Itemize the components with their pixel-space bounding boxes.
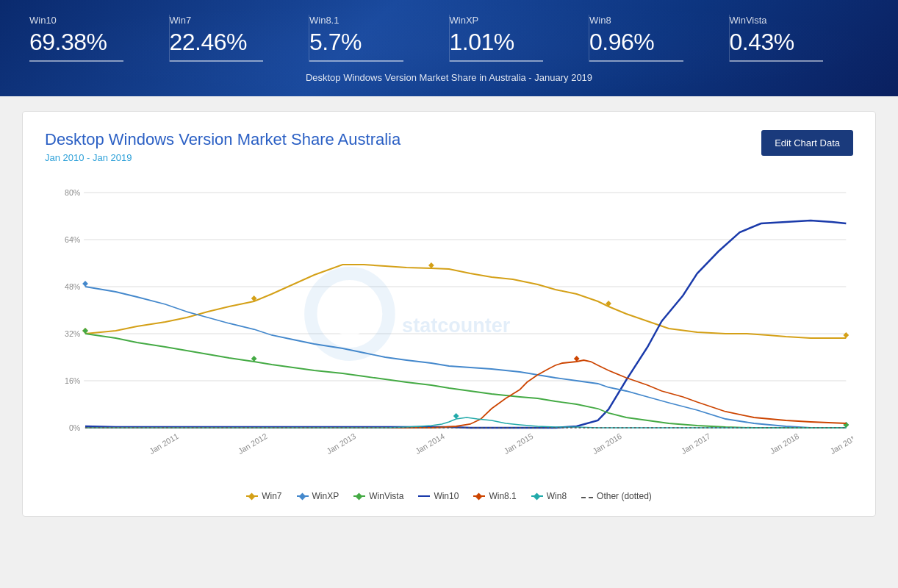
stat-label: WinXP [450,15,567,26]
svg-marker-29 [82,281,88,287]
win10-label: Win10 [434,491,459,501]
svg-marker-35 [453,413,459,419]
svg-marker-28 [843,332,849,338]
stat-underline [29,60,123,62]
stat-item-win10: Win10 69.38% [29,15,170,62]
svg-text:Jan 2019: Jan 2019 [829,431,853,456]
svg-marker-26 [428,262,434,268]
stat-value: 0.96% [589,29,707,56]
stat-label: WinVista [730,15,847,26]
other-legend-icon [581,492,593,500]
chart-svg-wrapper: 80% 64% 48% 32% 16% 0% Jan 2011 Jan 2012… [45,171,853,482]
legend-other: Other (dotted) [581,491,652,501]
svg-text:0%: 0% [69,423,81,432]
other-label: Other (dotted) [597,491,652,501]
stat-item-winvista: WinVista 0.43% [730,15,869,62]
chart-title: Desktop Windows Version Market Share Aus… [45,130,400,149]
stat-item-winxp: WinXP 1.01% [450,15,590,62]
svg-text:Jan 2014: Jan 2014 [414,431,446,456]
main-content: Desktop Windows Version Market Share Aus… [0,96,898,531]
stat-underline [450,60,544,62]
stat-item-win7: Win7 22.46% [170,15,310,62]
svg-text:32%: 32% [65,329,81,338]
stat-item-win81: Win8.1 5.7% [309,15,450,62]
svg-text:16%: 16% [65,376,81,385]
legend: Win7 WinXP WinVista [45,491,853,501]
chart-subtitle: Jan 2010 - Jan 2019 [45,152,400,163]
stat-label: Win10 [29,15,147,26]
svg-text:statcounter: statcounter [402,314,510,337]
win8-label: Win8 [547,491,567,501]
winvista-label: WinVista [369,491,403,501]
legend-win7: Win7 [246,491,281,501]
edit-chart-button[interactable]: Edit Chart Data [761,130,853,156]
svg-text:Jan 2016: Jan 2016 [591,431,623,456]
svg-point-23 [328,292,371,336]
svg-text:Jan 2012: Jan 2012 [237,431,269,456]
svg-text:Jan 2017: Jan 2017 [680,431,712,456]
winxp-label: WinXP [312,491,340,501]
svg-text:Jan 2018: Jan 2018 [769,431,801,456]
win81-label: Win8.1 [489,491,516,501]
stat-value: 22.46% [170,29,287,56]
win8-legend-icon [531,492,543,500]
stat-value: 0.43% [730,29,847,56]
stat-label: Win8 [589,15,707,26]
win81-legend-icon [473,492,485,500]
legend-win8: Win8 [531,491,567,501]
svg-text:Jan 2013: Jan 2013 [325,431,357,456]
stat-value: 1.01% [450,29,567,56]
chart-title-block: Desktop Windows Version Market Share Aus… [45,130,400,163]
svg-text:64%: 64% [65,235,81,244]
chart-header: Desktop Windows Version Market Share Aus… [45,130,853,163]
legend-win81: Win8.1 [473,491,516,501]
header-stats: Win10 69.38% Win7 22.46% Win8.1 5.7% Win… [29,15,869,62]
svg-text:Jan 2011: Jan 2011 [148,431,180,456]
svg-text:80%: 80% [65,188,81,197]
svg-text:Jan 2015: Jan 2015 [503,431,535,456]
header-subtitle: Desktop Windows Version Market Share in … [29,72,869,83]
win10-legend-icon [418,492,430,500]
chart-container: Desktop Windows Version Market Share Aus… [22,111,876,517]
chart-svg: 80% 64% 48% 32% 16% 0% Jan 2011 Jan 2012… [45,171,853,479]
stat-underline [730,60,824,62]
legend-winxp: WinXP [297,491,340,501]
winxp-legend-icon [297,492,309,500]
stat-underline [589,60,683,62]
stat-value: 5.7% [309,29,427,56]
legend-winvista: WinVista [353,491,403,501]
winvista-legend-icon [353,492,365,500]
stat-underline [170,60,264,62]
stat-value: 69.38% [29,29,147,56]
stat-label: Win8.1 [309,15,427,26]
stat-underline [309,60,403,62]
win7-legend-icon [246,492,258,500]
win7-label: Win7 [262,491,281,501]
stat-label: Win7 [170,15,287,26]
header: Win10 69.38% Win7 22.46% Win8.1 5.7% Win… [0,0,898,96]
svg-text:48%: 48% [65,282,81,291]
stat-item-win8: Win8 0.96% [589,15,730,62]
legend-win10: Win10 [418,491,459,501]
